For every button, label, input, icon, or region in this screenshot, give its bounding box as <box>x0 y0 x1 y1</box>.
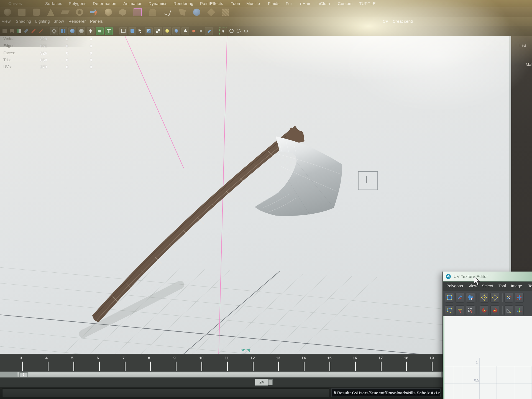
menu-animation[interactable]: Animation <box>123 1 142 6</box>
uv-lattice-skew-icon[interactable] <box>445 305 454 315</box>
timeline-tick[interactable]: 14 <box>301 355 310 360</box>
timeline-tick[interactable]: 3 <box>20 355 28 360</box>
gray-dot-icon[interactable] <box>198 28 204 34</box>
timeline-tick[interactable]: 5 <box>71 355 80 360</box>
shelf-plane-icon[interactable] <box>61 11 70 14</box>
shelf-blue-sphere-icon[interactable] <box>193 9 200 16</box>
book-icon[interactable] <box>16 28 22 34</box>
timeline-tick[interactable]: 15 <box>327 355 336 360</box>
timeline-tick[interactable]: 9 <box>173 355 182 360</box>
bookmark-icon[interactable] <box>9 28 15 34</box>
shelf-rock-icon[interactable] <box>179 9 186 16</box>
menu-muscle[interactable]: Muscle <box>246 1 260 6</box>
uv-editor-titlebar[interactable]: UV Texture Editor <box>443 272 532 282</box>
menu-fur[interactable]: Fur <box>286 1 292 6</box>
timeline-tick[interactable]: 4 <box>45 355 54 360</box>
field-chart-icon[interactable] <box>59 27 67 35</box>
uv-unfold-icon[interactable] <box>515 293 524 303</box>
textured-cube-icon[interactable] <box>145 27 153 35</box>
shelf-cylinder-icon[interactable] <box>33 9 40 16</box>
wireframe-cube-icon[interactable] <box>119 27 127 35</box>
panel-menu-view[interactable]: View <box>2 19 11 24</box>
flat-sphere-icon[interactable] <box>78 27 85 35</box>
camera-icon[interactable] <box>2 28 7 34</box>
panel-menu-panels[interactable]: Panels <box>90 19 103 24</box>
timeline-tick[interactable]: 6 <box>97 355 105 360</box>
uv-move-soft-icon[interactable] <box>490 293 499 303</box>
four-arrows-icon[interactable] <box>87 27 94 35</box>
lamp-icon[interactable] <box>181 27 189 35</box>
paint-effects-icon[interactable] <box>205 27 213 35</box>
menu-nhair[interactable]: nHair <box>300 1 310 6</box>
xray-icon[interactable] <box>96 27 104 35</box>
uv-flip-icon[interactable] <box>504 305 513 315</box>
uv-smudge-tool-icon[interactable] <box>456 293 464 303</box>
shelf-texture-icon[interactable] <box>222 9 229 16</box>
panel-menu-renderer[interactable]: Renderer <box>68 19 86 24</box>
red-dot-icon[interactable] <box>191 28 196 34</box>
timeline-tick[interactable]: 7 <box>122 355 131 360</box>
shelf-torus-icon[interactable] <box>76 9 83 16</box>
uv-menu-image[interactable]: Image <box>511 284 522 288</box>
red-pencil-icon[interactable] <box>38 28 44 34</box>
uv-menu-select[interactable]: Select <box>482 284 493 288</box>
right-panel-label-mal[interactable]: Mal <box>526 62 532 67</box>
menu-rendering[interactable]: Rendering <box>173 1 193 6</box>
scene-light-icon[interactable] <box>172 27 180 35</box>
timeline-tick[interactable]: 11 <box>225 355 233 360</box>
shelf-arrow-icon[interactable] <box>90 9 98 16</box>
menu-custom[interactable]: Custom <box>338 1 352 6</box>
shelf-wire-cube-icon[interactable] <box>134 8 142 16</box>
uv-move-sew-icon[interactable] <box>466 293 475 303</box>
uv-lattice-tool-icon[interactable] <box>445 293 454 303</box>
small-cursor-icon[interactable] <box>138 28 144 34</box>
timeline-tick[interactable]: 17 <box>378 355 387 360</box>
uv-rotate-ccw-icon[interactable] <box>480 305 489 315</box>
texture-view-icon[interactable] <box>105 27 113 35</box>
uv-menu-tool[interactable]: Tool <box>498 284 506 288</box>
uv-copy-paste-icon[interactable] <box>466 305 475 315</box>
rotate-ring-icon[interactable] <box>229 28 234 34</box>
panel-menu-shading[interactable]: Shading <box>16 19 31 24</box>
command-line-input[interactable] <box>2 388 329 397</box>
uv-menu-textures[interactable]: Te <box>528 284 532 288</box>
menu-painteffects[interactable]: PaintEffects <box>200 1 223 6</box>
shaded-sphere-icon[interactable] <box>68 27 76 35</box>
uv-editor-canvas[interactable]: 1 0.5 <box>444 316 532 399</box>
timeline-tick[interactable]: 8 <box>148 355 156 360</box>
timeline-tick[interactable]: 13 <box>276 355 284 360</box>
dashed-circle-icon[interactable] <box>236 28 242 34</box>
uv-menu-polygons[interactable]: Polygons <box>446 284 463 288</box>
panel-menu-show[interactable]: Show <box>53 19 64 24</box>
menu-toon[interactable]: Toon <box>231 1 240 6</box>
uv-cut-edge-icon[interactable] <box>456 305 464 315</box>
shelf-prism-icon[interactable] <box>119 9 126 16</box>
menu-fluids[interactable]: Fluids <box>268 1 280 6</box>
menu-turtle[interactable]: TURTLE <box>359 1 376 6</box>
shelf-dome-icon[interactable] <box>149 9 156 16</box>
end-frame-field[interactable]: 24 <box>255 379 268 386</box>
uv-cut-tool-icon[interactable] <box>504 293 513 303</box>
shelf-diamond-icon[interactable] <box>207 8 215 16</box>
uv-move-manipulator-icon[interactable] <box>515 305 524 315</box>
grease-pencil-icon[interactable] <box>23 28 29 34</box>
default-light-icon[interactable] <box>163 27 171 35</box>
menu-dynamics[interactable]: Dynamics <box>149 1 167 6</box>
range-end-handle[interactable] <box>268 379 273 385</box>
uv-move-tool-icon[interactable] <box>480 293 489 303</box>
range-slider-bar[interactable] <box>17 372 442 377</box>
uv-rotate-cw-icon[interactable] <box>490 305 499 315</box>
isolate-select-icon[interactable] <box>50 27 58 35</box>
red-brush-icon[interactable] <box>30 28 36 34</box>
timeline-tick[interactable]: 18 <box>404 355 412 360</box>
menu-ncloth[interactable]: nCloth <box>318 1 330 6</box>
menu-surfaces[interactable]: Surfaces <box>45 1 62 6</box>
shelf-pointer-icon[interactable] <box>164 9 171 16</box>
shaded-cube-icon[interactable] <box>129 27 136 35</box>
range-start-handle[interactable]: 1 <box>19 372 28 377</box>
checker-cube-icon[interactable] <box>154 27 162 35</box>
time-slider[interactable]: 3 4 5 6 7 8 9 10 11 12 13 14 15 16 17 18… <box>0 354 443 372</box>
timeline-tick[interactable]: 10 <box>199 355 208 360</box>
menu-polygons[interactable]: Polygons <box>69 1 86 6</box>
shelf-cube-icon[interactable] <box>18 9 25 16</box>
